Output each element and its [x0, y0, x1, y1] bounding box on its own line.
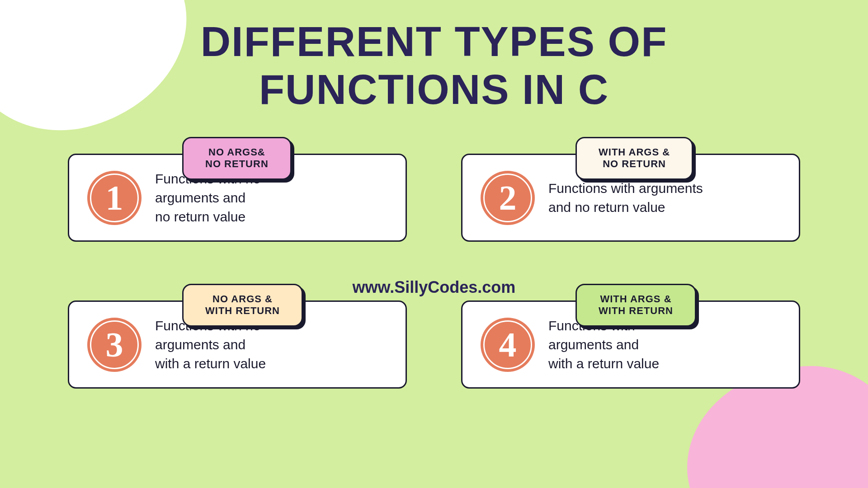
card-pill-label: NO ARGS& NO RETURN: [182, 137, 292, 180]
card-2: WITH ARGS & NO RETURN 2 Functions with a…: [461, 154, 800, 242]
number-badge-icon: 1: [87, 171, 142, 225]
number-text: 2: [499, 178, 517, 218]
page-title: DIFFERENT TYPES OF FUNCTIONS IN C: [118, 18, 750, 114]
card-box: WITH ARGS & WITH RETURN 4 Functions with…: [461, 300, 800, 389]
card-pill-label: WITH ARGS & NO RETURN: [576, 137, 693, 180]
card-description: Functions with arguments and no return v…: [548, 179, 703, 217]
number-text: 4: [499, 324, 517, 365]
card-3: NO ARGS & WITH RETURN 3 Functions with n…: [68, 300, 407, 389]
number-text: 3: [106, 324, 123, 365]
number-badge-icon: 4: [481, 318, 535, 372]
card-box: NO ARGS & WITH RETURN 3 Functions with n…: [68, 300, 407, 389]
card-box: WITH ARGS & NO RETURN 2 Functions with a…: [461, 154, 800, 242]
website-url: www.SillyCodes.com: [353, 278, 516, 297]
number-badge-icon: 2: [481, 171, 535, 225]
card-pill-label: NO ARGS & WITH RETURN: [182, 284, 303, 327]
number-text: 1: [106, 178, 123, 218]
number-badge-icon: 3: [87, 318, 142, 372]
card-pill-label: WITH ARGS & WITH RETURN: [576, 284, 696, 327]
card-box: NO ARGS& NO RETURN 1 Functions with no a…: [68, 154, 407, 242]
card-1: NO ARGS& NO RETURN 1 Functions with no a…: [68, 154, 407, 242]
cards-grid: NO ARGS& NO RETURN 1 Functions with no a…: [68, 154, 800, 389]
card-4: WITH ARGS & WITH RETURN 4 Functions with…: [461, 300, 800, 389]
